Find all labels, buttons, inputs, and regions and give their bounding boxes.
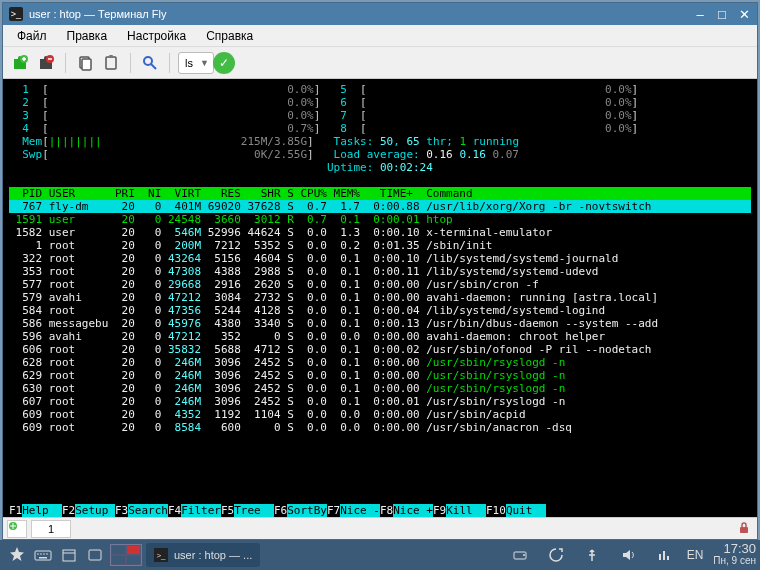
svg-rect-8 <box>740 527 748 533</box>
svg-rect-15 <box>63 550 75 561</box>
workspace-3[interactable] <box>111 555 126 565</box>
menubar: Файл Правка Настройка Справка <box>3 25 757 47</box>
volume-tray-icon[interactable] <box>615 543 641 567</box>
svg-rect-3 <box>82 59 91 70</box>
maximize-button[interactable]: □ <box>715 7 729 22</box>
date-text: Пн, 9 сен <box>713 555 756 567</box>
svg-point-11 <box>40 553 42 555</box>
workspace-pager[interactable] <box>110 544 142 566</box>
menu-edit[interactable]: Правка <box>57 27 118 45</box>
svg-rect-5 <box>109 55 113 58</box>
workspace-2[interactable] <box>126 545 141 555</box>
terminal-icon: >_ <box>9 7 23 21</box>
clock[interactable]: 17:30 Пн, 9 сен <box>713 543 756 567</box>
terminal-output[interactable]: 1 [ 0.0%] 5 [ 0.0%] 2 [ 0.0%] 6 [ 0.0%] … <box>3 79 757 517</box>
command-select[interactable]: ls <box>178 52 214 74</box>
run-button[interactable]: ✓ <box>213 52 235 74</box>
tab-1[interactable]: 1 <box>31 520 71 538</box>
paste-icon[interactable] <box>100 52 122 74</box>
close-button[interactable]: ✕ <box>737 7 751 22</box>
time-text: 17:30 <box>713 543 756 555</box>
svg-point-13 <box>46 553 48 555</box>
show-desktop-icon[interactable] <box>82 543 108 567</box>
statusbar: 1 <box>3 517 757 539</box>
workspace-1[interactable] <box>111 545 126 555</box>
taskbar-task-terminal[interactable]: >_ user : htop — ... <box>146 543 260 567</box>
task-label: user : htop — ... <box>174 549 252 561</box>
disk-tray-icon[interactable] <box>507 543 533 567</box>
separator <box>169 53 170 73</box>
lock-icon <box>737 521 753 537</box>
svg-point-10 <box>37 553 39 555</box>
svg-rect-16 <box>89 550 101 560</box>
new-tab-green-icon[interactable] <box>9 52 31 74</box>
taskbar: >_ user : htop — ... EN 17:30 Пн, 9 сен <box>0 540 760 570</box>
separator <box>65 53 66 73</box>
language-indicator[interactable]: EN <box>687 548 704 562</box>
menu-help[interactable]: Справка <box>196 27 263 45</box>
toolbar: ls ▼ ✓ <box>3 47 757 79</box>
close-tab-red-icon[interactable] <box>35 52 57 74</box>
window-title: user : htop — Терминал Fly <box>29 8 693 20</box>
svg-rect-14 <box>39 557 47 559</box>
svg-point-12 <box>43 553 45 555</box>
menu-file[interactable]: Файл <box>7 27 57 45</box>
network-tray-icon[interactable] <box>651 543 677 567</box>
svg-point-6 <box>144 57 152 65</box>
titlebar[interactable]: >_ user : htop — Терминал Fly – □ ✕ <box>3 3 757 25</box>
add-tab-button[interactable] <box>7 520 27 538</box>
update-tray-icon[interactable] <box>543 543 569 567</box>
copy-icon[interactable] <box>74 52 96 74</box>
terminal-icon: >_ <box>154 548 168 562</box>
search-icon[interactable] <box>139 52 161 74</box>
start-menu-icon[interactable] <box>4 543 30 567</box>
menu-settings[interactable]: Настройка <box>117 27 196 45</box>
svg-rect-4 <box>106 57 116 69</box>
svg-point-18 <box>523 554 525 556</box>
svg-rect-9 <box>35 551 51 560</box>
files-icon[interactable] <box>56 543 82 567</box>
keyboard-icon[interactable] <box>30 543 56 567</box>
minimize-button[interactable]: – <box>693 7 707 22</box>
separator <box>130 53 131 73</box>
usb-tray-icon[interactable] <box>579 543 605 567</box>
workspace-4[interactable] <box>126 555 141 565</box>
